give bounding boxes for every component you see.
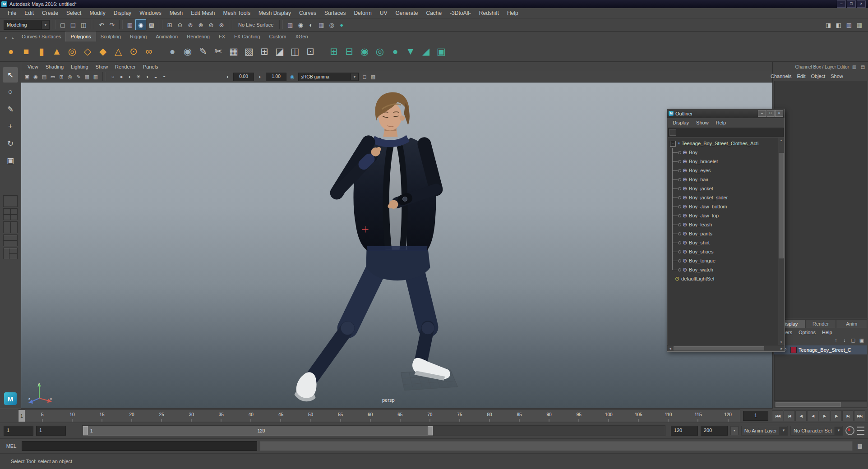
rotate-tool[interactable]: ↻ xyxy=(3,136,18,151)
bookmarks-icon[interactable]: ▤ xyxy=(40,73,48,81)
move-tool[interactable]: + xyxy=(3,119,18,134)
redshift-render-icon[interactable]: ● xyxy=(337,20,346,30)
shelf-tab-animation[interactable]: Animation xyxy=(151,32,182,41)
poly-cylinder-icon[interactable]: ▮ xyxy=(34,44,49,59)
toggle-tool-settings-icon[interactable]: ◧ xyxy=(834,20,844,30)
range-slider-track[interactable]: 1 120 xyxy=(82,425,665,436)
viewport-menu-shading[interactable]: Shading xyxy=(42,62,67,71)
layer-tab-render[interactable]: Render xyxy=(805,319,836,328)
textured-icon[interactable]: ◐ xyxy=(126,73,134,81)
outliner-node-boy-pants[interactable]: ⊕Boy_pants xyxy=(668,229,784,238)
snap-view-plane-icon[interactable]: ⊘ xyxy=(206,20,216,30)
lasso-tool[interactable]: ○ xyxy=(3,84,18,100)
menu-mesh[interactable]: Mesh xyxy=(166,8,187,18)
redo-icon[interactable]: ↷ xyxy=(107,20,117,30)
animation-preferences-icon[interactable] xyxy=(857,427,864,435)
poly-plane-icon[interactable]: ◇ xyxy=(80,44,95,59)
shelf-tab-fx-caching[interactable]: FX Caching xyxy=(230,32,264,41)
channel-box-body[interactable] xyxy=(774,81,867,318)
step-back-frame-button[interactable]: ◀| xyxy=(795,410,807,421)
oversampling-icon[interactable]: ◎ xyxy=(66,73,74,81)
channel-box-pin-icon[interactable]: ▤ xyxy=(859,64,866,70)
command-language-toggle[interactable]: MEL xyxy=(4,443,19,449)
minimize-button[interactable]: – xyxy=(837,0,846,8)
display-layer-row[interactable]: V P Teenage_Boy_Street_C xyxy=(774,345,867,354)
shelf-tab-fx[interactable]: FX xyxy=(214,32,230,41)
bevel-icon[interactable]: ◪ xyxy=(272,44,287,59)
title-bar[interactable]: M Autodesk Maya 2016: untitled* –□× xyxy=(0,0,868,8)
render-settings-icon[interactable]: ▦ xyxy=(316,20,326,30)
two-pane-stacked-layout[interactable] xyxy=(3,234,18,246)
layer-color-swatch[interactable] xyxy=(790,347,797,353)
open-scene-icon[interactable]: ▤ xyxy=(68,20,78,30)
screen-space-ao-icon[interactable]: ◒ xyxy=(152,73,160,81)
range-start-handle[interactable] xyxy=(83,426,88,435)
auto-keyframe-toggle-icon[interactable] xyxy=(845,426,854,435)
scrollbar-thumb[interactable] xyxy=(779,153,784,258)
snap-to-grid-icon[interactable]: ⊞ xyxy=(165,20,175,30)
save-scene-icon[interactable]: ◫ xyxy=(78,20,88,30)
poly-pipe-icon[interactable]: ⊙ xyxy=(126,44,141,59)
sculpt-tool-icon[interactable]: ◉ xyxy=(180,44,195,59)
select-object-type-icon[interactable]: ◉ xyxy=(135,19,146,30)
channel-box-menu-show[interactable]: Show xyxy=(828,72,846,81)
separate-icon[interactable]: ⊟ xyxy=(342,44,356,59)
outliner-node-boy-shoes[interactable]: ⊕Boy_shoes xyxy=(668,247,784,256)
poly-sphere-icon[interactable]: ● xyxy=(4,44,18,59)
collapse-expander-icon[interactable]: - xyxy=(670,141,676,147)
play-backwards-button[interactable]: ◀ xyxy=(807,410,818,421)
current-time-indicator[interactable]: 1 xyxy=(18,410,25,422)
menu-mesh-tools[interactable]: Mesh Tools xyxy=(219,8,254,18)
select-tool[interactable]: ↖ xyxy=(3,67,18,83)
outliner-menu-display[interactable]: Display xyxy=(669,118,693,127)
poly-helix-icon[interactable]: ∞ xyxy=(142,44,156,59)
render-current-frame-icon[interactable]: ◉ xyxy=(295,20,305,30)
scroll-up-icon[interactable]: ▲ xyxy=(778,138,784,143)
shadows-icon[interactable]: ◑ xyxy=(143,73,151,81)
camera-attributes-icon[interactable]: ◉ xyxy=(32,73,40,81)
outliner-menu-show[interactable]: Show xyxy=(693,118,712,127)
menu-deform[interactable]: Deform xyxy=(350,8,375,18)
snap-to-point-icon[interactable]: ⊚ xyxy=(185,20,195,30)
exposure-field[interactable]: 0.00 xyxy=(233,73,254,81)
time-slider-track[interactable]: 1 51015202530354045505560657075808590951… xyxy=(18,409,740,422)
film-gate-icon[interactable]: ▥ xyxy=(92,73,100,81)
shelf-tab-rigging[interactable]: Rigging xyxy=(125,32,151,41)
image-plane-icon[interactable]: ▭ xyxy=(49,73,57,81)
triangulate-icon[interactable]: ◢ xyxy=(419,44,433,59)
menu-set-selector[interactable]: Modeling ▾ xyxy=(4,20,50,30)
isolate-select-icon[interactable]: ◻ xyxy=(360,73,369,81)
range-end-handle[interactable] xyxy=(428,426,433,435)
render-view-icon[interactable]: ▥ xyxy=(285,20,295,30)
combine-icon[interactable]: ⊞ xyxy=(327,44,341,59)
no-live-surface-label[interactable]: No Live Surface xyxy=(235,22,277,28)
animation-start-field[interactable]: 1 xyxy=(4,426,33,436)
menu-edit-mesh[interactable]: Edit Mesh xyxy=(187,8,219,18)
xray-icon[interactable]: ▨ xyxy=(369,73,377,81)
paint-select-tool[interactable]: ✎ xyxy=(3,101,18,117)
quad-draw-icon[interactable]: ✎ xyxy=(196,44,210,59)
outliner-vertical-scrollbar[interactable]: ▲▼ xyxy=(778,138,784,345)
insert-edge-loop-icon[interactable]: ▦ xyxy=(226,44,241,59)
menu-uv[interactable]: UV xyxy=(376,8,392,18)
outliner-node-root[interactable]: -*Teenage_Boy_Street_Clothes_Acti xyxy=(668,139,784,148)
script-editor-icon[interactable]: ▤ xyxy=(855,442,864,450)
outliner-persp-layout[interactable] xyxy=(3,248,18,259)
menu-file[interactable]: File xyxy=(4,8,20,18)
poly-cone-icon[interactable]: ▲ xyxy=(50,44,64,59)
select-hierarchy-icon[interactable]: ▦ xyxy=(125,20,135,30)
quadrangulate-icon[interactable]: ▣ xyxy=(434,44,448,59)
ipr-render-icon[interactable]: ◐ xyxy=(306,20,316,30)
outliner-node-boy-tongue[interactable]: ⊕Boy_tongue xyxy=(668,256,784,265)
channel-box-menu-edit[interactable]: Edit xyxy=(794,72,808,81)
motion-blur-icon[interactable]: ◓ xyxy=(160,73,168,81)
current-time-field[interactable]: 1 xyxy=(743,411,768,421)
step-forward-key-button[interactable]: ▶| xyxy=(842,410,854,421)
shelf-tab-custom[interactable]: Custom xyxy=(265,32,291,41)
two-pane-side-layout[interactable] xyxy=(3,221,18,233)
outliner-node-defaultlightset[interactable]: ⊙defaultLightSet xyxy=(668,274,784,283)
outliner-maximize-button[interactable]: □ xyxy=(766,110,775,117)
menu-generate[interactable]: Generate xyxy=(391,8,422,18)
menu-redshift[interactable]: Redshift xyxy=(475,8,503,18)
poly-torus-icon[interactable]: ◎ xyxy=(65,44,79,59)
